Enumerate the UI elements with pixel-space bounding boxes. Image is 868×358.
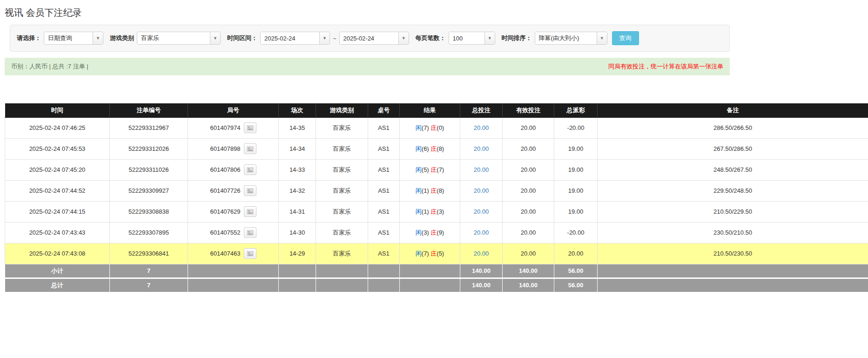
total-bet-link[interactable]: 20.00: [474, 250, 489, 257]
page-size-label: 每页笔数：: [416, 34, 446, 42]
sort-order-label: 时间排序：: [502, 34, 532, 42]
date-to-input[interactable]: [340, 32, 398, 44]
cell-time: 2025-02-24 07:44:52: [5, 180, 110, 201]
game-record-icon[interactable]: [244, 164, 256, 175]
cell-round: 601407629: [188, 201, 279, 222]
player-result: 闲: [416, 124, 422, 131]
table-row: 2025-02-24 07:45:53 522293312026 6014078…: [5, 138, 868, 159]
subtotal-row: 小计 7 140.00 140.00 56.00: [5, 264, 868, 278]
page-size-combobox[interactable]: ▼: [449, 32, 495, 45]
sort-order-combobox[interactable]: ▼: [535, 32, 607, 45]
cell-table-no: AS1: [368, 222, 400, 243]
round-number: 601407974: [210, 124, 240, 131]
cell-bet-id: 522293307895: [110, 222, 188, 243]
total-bet-link[interactable]: 20.00: [474, 145, 489, 152]
total-bet-link[interactable]: 20.00: [474, 229, 489, 236]
cell-valid-bet: 20.00: [503, 243, 554, 264]
subtotal-total-bet: 140.00: [460, 264, 503, 278]
cell-result: 闲(3) 庄(9): [400, 222, 460, 243]
game-record-icon[interactable]: [244, 185, 256, 196]
cell-session: 14-30: [279, 222, 316, 243]
player-result: 闲: [416, 250, 422, 257]
total-row: 总计 7 140.00 140.00 56.00: [5, 278, 868, 292]
banker-result: 庄: [431, 145, 437, 152]
table-row: 2025-02-24 07:43:43 522293307895 6014075…: [5, 222, 868, 243]
table-row: 2025-02-24 07:45:20 522293311026 6014078…: [5, 159, 868, 180]
search-button[interactable]: 查询: [612, 31, 639, 45]
game-record-icon[interactable]: [244, 122, 256, 133]
cell-valid-bet: 20.00: [503, 180, 554, 201]
game-type-label: 游戏类别: [110, 34, 134, 42]
cell-note: 286.50/266.50: [598, 117, 868, 138]
bet-records-table: 时间 注单编号 局号 场次 游戏类别 桌号 结果 总投注 有效投注 总派彩 备注…: [5, 103, 868, 292]
col-header-payout: 总派彩: [554, 103, 598, 117]
banker-result: 庄: [431, 208, 437, 215]
game-record-icon[interactable]: [244, 143, 256, 154]
filter-panel: 请选择： ▼ 游戏类别 ▼ 时间区间： ▼ ~ ▼ 每页笔数： ▼ 时间排序： …: [10, 25, 730, 52]
chevron-down-icon[interactable]: ▼: [210, 32, 220, 44]
date-from-picker[interactable]: ▼: [260, 32, 330, 45]
total-valid-bet: 140.00: [503, 278, 554, 292]
player-score: (6): [422, 145, 429, 152]
cell-payout: 19.00: [554, 159, 598, 180]
total-bet-link[interactable]: 20.00: [474, 166, 489, 173]
date-to-picker[interactable]: ▼: [339, 32, 409, 45]
player-score: (5): [422, 166, 429, 173]
chevron-down-icon[interactable]: ▼: [398, 32, 409, 44]
banker-result: 庄: [431, 124, 437, 131]
cell-game-type: 百家乐: [316, 222, 368, 243]
cell-result: 闲(6) 庄(8): [400, 138, 460, 159]
cell-time: 2025-02-24 07:45:53: [5, 138, 110, 159]
page-size-input[interactable]: [449, 32, 484, 44]
cell-note: 230.50/210.50: [598, 222, 868, 243]
cell-result: 闲(7) 庄(5): [400, 243, 460, 264]
game-type-input[interactable]: [137, 32, 210, 44]
col-header-table-no: 桌号: [368, 103, 400, 117]
game-record-icon[interactable]: [244, 206, 256, 217]
player-score: (3): [422, 229, 429, 236]
cell-time: 2025-02-24 07:45:20: [5, 159, 110, 180]
player-result: 闲: [416, 187, 422, 194]
chevron-down-icon[interactable]: ▼: [597, 32, 607, 44]
cell-note: 210.50/229.50: [598, 201, 868, 222]
cell-game-type: 百家乐: [316, 117, 368, 138]
cell-valid-bet: 20.00: [503, 201, 554, 222]
col-header-time: 时间: [5, 103, 110, 117]
banker-score: (8): [437, 187, 444, 194]
cell-session: 14-35: [279, 117, 316, 138]
select-mode-combobox[interactable]: ▼: [44, 32, 103, 45]
cell-round: 601407552: [188, 222, 279, 243]
cell-valid-bet: 20.00: [503, 117, 554, 138]
round-number: 601407552: [210, 229, 240, 236]
cell-session: 14-34: [279, 138, 316, 159]
cell-valid-bet: 20.00: [503, 159, 554, 180]
cell-bet-id: 522293309927: [110, 180, 188, 201]
game-record-icon[interactable]: [244, 227, 256, 238]
select-mode-input[interactable]: [44, 32, 93, 44]
cell-time: 2025-02-24 07:44:15: [5, 201, 110, 222]
player-result: 闲: [416, 229, 422, 236]
game-type-combobox[interactable]: ▼: [137, 32, 221, 45]
sort-order-input[interactable]: [535, 32, 597, 44]
cell-total-bet: 20.00: [460, 117, 503, 138]
summary-notice-bar: 币别：人民币 | 总共 :7 注单 | 同局有效投注，统一计算在该局第一张注单: [5, 58, 730, 75]
cell-note: 248.50/267.50: [598, 159, 868, 180]
banker-result: 庄: [431, 229, 437, 236]
cell-table-no: AS1: [368, 201, 400, 222]
table-row: 2025-02-24 07:46:25 522293312967 6014079…: [5, 117, 868, 138]
total-bet-link[interactable]: 20.00: [474, 208, 489, 215]
cell-payout: 19.00: [554, 201, 598, 222]
total-bet-link[interactable]: 20.00: [474, 124, 489, 131]
cell-time: 2025-02-24 07:46:25: [5, 117, 110, 138]
cell-payout: 19.00: [554, 180, 598, 201]
chevron-down-icon[interactable]: ▼: [484, 32, 495, 44]
chevron-down-icon[interactable]: ▼: [93, 32, 103, 44]
game-record-icon[interactable]: [244, 248, 256, 259]
cell-game-type: 百家乐: [316, 138, 368, 159]
chevron-down-icon[interactable]: ▼: [319, 32, 330, 44]
cell-game-type: 百家乐: [316, 159, 368, 180]
date-from-input[interactable]: [261, 32, 319, 44]
cell-bet-id: 522293308838: [110, 201, 188, 222]
col-header-session: 场次: [279, 103, 316, 117]
total-bet-link[interactable]: 20.00: [474, 187, 489, 194]
